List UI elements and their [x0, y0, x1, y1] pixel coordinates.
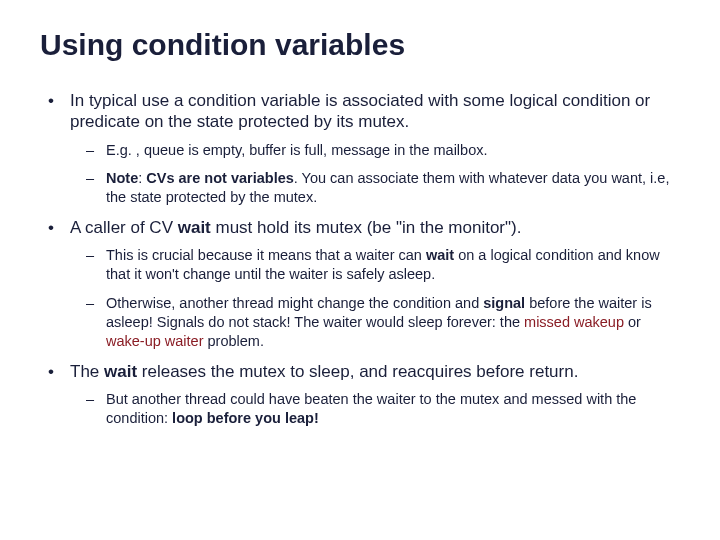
bullet-2-sub-1: This is crucial because it means that a … [70, 246, 680, 284]
note-label: Note [106, 170, 138, 186]
t: Otherwise, another thread might change t… [106, 295, 483, 311]
bullet-2-sublist: This is crucial because it means that a … [70, 246, 680, 350]
t: A caller of CV [70, 218, 178, 237]
bullet-list: In typical use a condition variable is a… [40, 90, 680, 427]
t: or [624, 314, 641, 330]
bullet-3-sub-1: But another thread could have beaten the… [70, 390, 680, 428]
bullet-1-sub-1: E.g. , queue is empty, buffer is full, m… [70, 141, 680, 160]
t: releases the mutex to sleep, and reacqui… [137, 362, 578, 381]
bullet-1-sub-1-text: E.g. , queue is empty, buffer is full, m… [106, 142, 488, 158]
slide: Using condition variables In typical use… [0, 0, 720, 540]
bullet-1: In typical use a condition variable is a… [40, 90, 680, 207]
signal-bold: signal [483, 295, 525, 311]
bullet-1-text: In typical use a condition variable is a… [70, 91, 650, 131]
wait-bold-2: wait [426, 247, 454, 263]
bullet-1-sublist: E.g. , queue is empty, buffer is full, m… [70, 141, 680, 208]
bullet-3-sublist: But another thread could have beaten the… [70, 390, 680, 428]
cvs-not-variables: CVs are not variables [146, 170, 294, 186]
wait-bold: wait [178, 218, 211, 237]
wait-bold-3: wait [104, 362, 137, 381]
loop-before-leap: loop before you leap! [172, 410, 319, 426]
t: must hold its mutex (be "in the monitor"… [211, 218, 522, 237]
bullet-2-sub-2: Otherwise, another thread might change t… [70, 294, 680, 351]
bullet-2: A caller of CV wait must hold its mutex … [40, 217, 680, 350]
t: problem. [204, 333, 264, 349]
t: This is crucial because it means that a … [106, 247, 426, 263]
bullet-3: The wait releases the mutex to sleep, an… [40, 361, 680, 428]
bullet-1-sub-2: Note: CVs are not variables. You can ass… [70, 169, 680, 207]
t: The [70, 362, 104, 381]
slide-title: Using condition variables [40, 28, 680, 62]
missed-wakeup-term: missed wakeup [524, 314, 624, 330]
wakeup-waiter-term: wake-up waiter [106, 333, 204, 349]
